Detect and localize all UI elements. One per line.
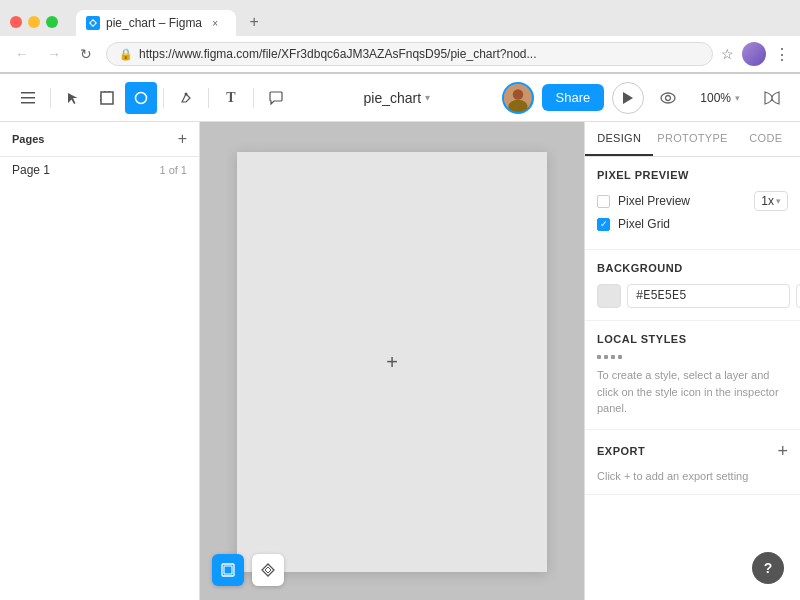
page-item-1[interactable]: Page 1 1 of 1 <box>0 157 199 183</box>
share-button[interactable]: Share <box>542 84 605 111</box>
background-color-input[interactable] <box>627 284 790 308</box>
title-bar: pie_chart – Figma × + <box>0 0 800 36</box>
address-bar: ← → ↻ 🔒 https://www.figma.com/file/XFr3d… <box>0 36 800 73</box>
toolbar-divider-1 <box>50 88 51 108</box>
svg-rect-4 <box>101 92 113 104</box>
local-styles-section: LOCAL STYLES To create a style, select a… <box>585 321 800 430</box>
url-text: https://www.figma.com/file/XFr3dbqc6aJM3… <box>139 47 700 61</box>
book-button[interactable] <box>756 82 788 114</box>
avatar[interactable] <box>502 82 534 114</box>
style-dot-2 <box>604 355 608 359</box>
background-header: BACKGROUND <box>597 262 788 274</box>
toolbar: T pie_chart ▾ Share 100% ▾ <box>0 74 800 122</box>
file-chevron: ▾ <box>425 92 430 103</box>
canvas-frame: + <box>237 152 547 572</box>
forward-button[interactable]: → <box>42 42 66 66</box>
pen-tool-button[interactable] <box>170 82 202 114</box>
svg-point-10 <box>185 92 188 95</box>
background-row <box>597 284 788 308</box>
svg-point-13 <box>508 99 527 113</box>
text-tool-label: T <box>226 90 235 106</box>
tab-favicon <box>86 16 100 30</box>
svg-point-16 <box>666 95 671 100</box>
close-button[interactable] <box>10 16 22 28</box>
menu-button[interactable] <box>12 82 44 114</box>
shape-tool-button[interactable] <box>125 82 157 114</box>
tab-design[interactable]: DESIGN <box>585 122 653 156</box>
pixel-preview-section: PIXEL PREVIEW Pixel Preview 1x ▾ ✓ Pixel… <box>585 157 800 250</box>
file-name-text: pie_chart <box>364 90 422 106</box>
right-panel: DESIGN PROTOTYPE CODE PIXEL PREVIEW Pixe… <box>584 122 800 600</box>
browser-profile-icon[interactable] <box>742 42 766 66</box>
new-tab-button[interactable]: + <box>240 8 268 36</box>
canvas-area[interactable]: + <box>200 122 584 600</box>
add-page-button[interactable]: + <box>178 130 187 148</box>
file-name[interactable]: pie_chart ▾ <box>364 90 431 106</box>
scale-value: 1x <box>761 194 774 208</box>
export-hint: Click + to add an export setting <box>597 470 788 482</box>
svg-rect-2 <box>21 97 35 99</box>
tab-close-button[interactable]: × <box>208 16 222 30</box>
components-tool-button[interactable] <box>252 554 284 586</box>
text-tool-button[interactable]: T <box>215 82 247 114</box>
zoom-chevron: ▾ <box>735 93 740 103</box>
svg-point-9 <box>136 92 147 103</box>
pixel-grid-label: Pixel Grid <box>618 217 670 231</box>
svg-point-15 <box>661 93 675 103</box>
svg-point-12 <box>512 89 523 100</box>
canvas-cursor: + <box>386 351 398 374</box>
left-panel: Pages + Page 1 1 of 1 <box>0 122 200 600</box>
layers-tool-button[interactable] <box>212 554 244 586</box>
style-dot-4 <box>618 355 622 359</box>
export-add-button[interactable]: + <box>777 442 788 460</box>
background-title: BACKGROUND <box>597 262 683 274</box>
pages-label: Pages <box>12 133 44 145</box>
pixel-preview-header: PIXEL PREVIEW <box>597 169 788 181</box>
refresh-button[interactable]: ↻ <box>74 42 98 66</box>
play-button[interactable] <box>612 82 644 114</box>
main-area: Pages + Page 1 1 of 1 + <box>0 122 800 600</box>
url-bar[interactable]: 🔒 https://www.figma.com/file/XFr3dbqc6aJ… <box>106 42 713 66</box>
maximize-button[interactable] <box>46 16 58 28</box>
more-button[interactable]: ⋮ <box>774 45 790 64</box>
app: T pie_chart ▾ Share 100% ▾ <box>0 74 800 600</box>
svg-rect-3 <box>21 102 35 104</box>
active-tab[interactable]: pie_chart – Figma × <box>76 10 236 36</box>
scale-select[interactable]: 1x ▾ <box>754 191 788 211</box>
svg-marker-19 <box>262 564 274 576</box>
local-styles-header: LOCAL STYLES <box>597 333 788 345</box>
select-tool-button[interactable] <box>57 82 89 114</box>
zoom-value: 100% <box>700 91 731 105</box>
background-opacity-input[interactable] <box>796 284 800 308</box>
help-button[interactable]: ? <box>752 552 784 584</box>
pixel-preview-title: PIXEL PREVIEW <box>597 169 689 181</box>
pixel-preview-row: Pixel Preview 1x ▾ <box>597 191 788 211</box>
toolbar-divider-4 <box>253 88 254 108</box>
background-section: BACKGROUND <box>585 250 800 321</box>
pixel-grid-row: ✓ Pixel Grid <box>597 217 788 231</box>
tab-code[interactable]: CODE <box>732 122 800 156</box>
pixel-preview-checkbox[interactable] <box>597 195 610 208</box>
export-section: EXPORT + Click + to add an export settin… <box>585 430 800 495</box>
bookmark-icon[interactable]: ☆ <box>721 46 734 62</box>
tab-prototype[interactable]: PROTOTYPE <box>653 122 731 156</box>
svg-rect-18 <box>224 566 232 574</box>
view-button[interactable] <box>652 82 684 114</box>
back-button[interactable]: ← <box>10 42 34 66</box>
style-dot-3 <box>611 355 615 359</box>
zoom-button[interactable]: 100% ▾ <box>692 87 748 109</box>
comment-tool-button[interactable] <box>260 82 292 114</box>
local-styles-title: LOCAL STYLES <box>597 333 687 345</box>
toolbar-right: Share 100% ▾ <box>502 82 788 114</box>
lock-icon: 🔒 <box>119 48 133 61</box>
pages-header: Pages + <box>0 122 199 157</box>
page-name: Page 1 <box>12 163 50 177</box>
pixel-grid-checkbox[interactable]: ✓ <box>597 218 610 231</box>
background-color-swatch[interactable] <box>597 284 621 308</box>
svg-marker-14 <box>623 92 633 104</box>
scale-chevron: ▾ <box>776 196 781 206</box>
minimize-button[interactable] <box>28 16 40 28</box>
browser-chrome: pie_chart – Figma × + ← → ↻ 🔒 https://ww… <box>0 0 800 74</box>
toolbar-divider-2 <box>163 88 164 108</box>
frame-tool-button[interactable] <box>91 82 123 114</box>
